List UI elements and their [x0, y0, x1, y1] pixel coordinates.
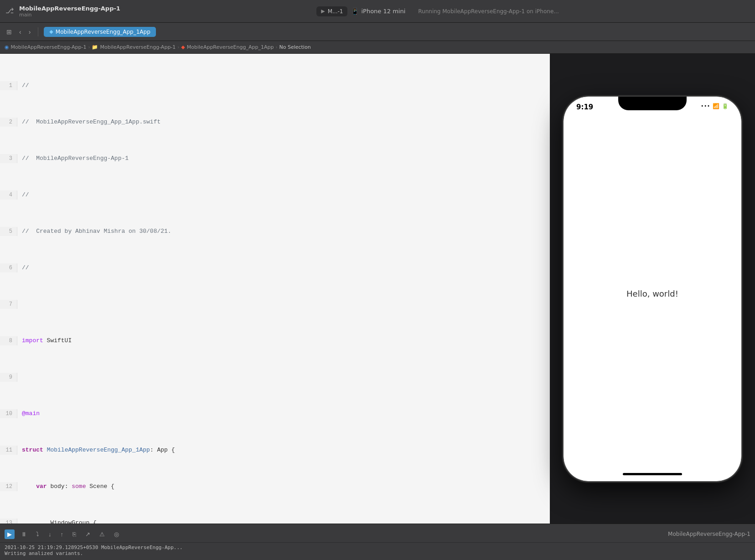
bottom-status: 2021-10-25 21:19:29.128925+0530 MobileAp… [0, 543, 755, 558]
signal-dots-icon: ••• [701, 103, 710, 108]
swift-icon-2: ◆ [181, 44, 185, 50]
title-bar-left: ⎇ MobileAppReverseEngg-App-1 main [5, 5, 120, 18]
project-info: MobileAppReverseEngg-App-1 main [19, 5, 120, 18]
line-code-5: // Created by Abhinav Mishra on 30/08/21… [17, 227, 171, 236]
copy-button[interactable]: ⎘ [70, 529, 79, 539]
code-line-8: 8 import SwiftUI [0, 336, 550, 345]
code-line-11: 11 struct MobileAppReverseEngg_App_1App:… [0, 446, 550, 455]
code-line-6: 6 // [0, 263, 550, 272]
main-content: 1 // 2 // MobileAppReverseEngg_App_1App.… [0, 54, 755, 524]
code-line-4: 4 // [0, 190, 550, 200]
breadcrumb-label-0: MobileAppReverseEngg-App-1 [11, 44, 87, 50]
line-code-2: // MobileAppReverseEngg_App_1App.swift [17, 118, 160, 127]
line-num-11: 11 [0, 446, 17, 455]
code-line-5: 5 // Created by Abhinav Mishra on 30/08/… [0, 227, 550, 236]
bottom-toolbar: ▶ ⏸ ⤵ ↓ ↑ ⎘ ↗ ⚠ ◎ MobileAppReverseEngg-A… [0, 526, 755, 543]
code-editor[interactable]: 1 // 2 // MobileAppReverseEngg_App_1App.… [0, 54, 550, 524]
status-time: 9:19 [576, 103, 593, 111]
breadcrumb-sep-1: › [177, 45, 179, 50]
device-name: iPhone 12 mini [361, 8, 405, 15]
line-num-6: 6 [0, 263, 17, 272]
line-code-8: import SwiftUI [17, 336, 72, 345]
breadcrumb-item-3[interactable]: No Selection [279, 44, 310, 50]
breadcrumb-icon-0: ◉ [5, 44, 9, 50]
phone-screen: 9:19 ••• 📶 🔋 Hello, world! [564, 97, 741, 481]
line-code-12: var body: some Scene { [17, 482, 114, 491]
pause-button[interactable]: ⏸ [18, 529, 30, 539]
code-line-1: 1 // [0, 81, 550, 90]
breadcrumb: ◉ MobileAppReverseEngg-App-1 › 📁 MobileA… [0, 41, 755, 54]
line-num-3: 3 [0, 154, 17, 163]
line-code-4: // [17, 190, 29, 200]
code-lines: 1 // 2 // MobileAppReverseEngg_App_1App.… [0, 54, 550, 524]
line-code-1: // [17, 81, 29, 90]
title-bar: ⎇ MobileAppReverseEngg-App-1 main ▶ M...… [0, 0, 755, 23]
wifi-icon: 📶 [713, 103, 719, 109]
step-in-button[interactable]: ↓ [46, 529, 54, 539]
status-line-2: Writing analized variants. [5, 550, 750, 556]
line-code-10: @main [17, 409, 40, 418]
line-code-6: // [17, 263, 29, 272]
code-line-12: 12 var body: some Scene { [0, 482, 550, 491]
scheme-icon: ▶ [321, 8, 325, 14]
code-line-2: 2 // MobileAppReverseEngg_App_1App.swift [0, 118, 550, 127]
phone-frame: 9:19 ••• 📶 🔋 Hello, world! [564, 97, 741, 481]
device-icon: 📱 [351, 8, 359, 15]
device-selector[interactable]: 📱 iPhone 12 mini [351, 8, 405, 15]
line-code-3: // MobileAppReverseEngg-App-1 [17, 154, 129, 163]
xcode-icon: ⎇ [5, 6, 16, 16]
tab-bar: ◆ MobileAppReverseEngg_App_1App [44, 27, 750, 37]
line-num-7: 7 [0, 300, 17, 309]
line-num-8: 8 [0, 336, 17, 345]
breadcrumb-item-1[interactable]: 📁 MobileAppReverseEngg-App-1 [92, 44, 176, 50]
scheme-label: M...-1 [328, 8, 343, 15]
title-bar-center: ▶ M...-1 📱 iPhone 12 mini Running Mobile… [126, 6, 750, 16]
forward-button[interactable]: › [27, 27, 33, 36]
grid-view-button[interactable]: ⊞ [5, 27, 14, 36]
code-line-9: 9 [0, 373, 550, 382]
breadcrumb-label-3: No Selection [279, 44, 310, 50]
scheme-selector[interactable]: ▶ M...-1 [316, 6, 347, 16]
line-code-13: WindowGroup { [17, 519, 97, 524]
share-button[interactable]: ↗ [83, 529, 93, 539]
bottom-project-label: MobileAppReverseEngg-App-1 [668, 531, 750, 537]
breadcrumb-label-2: MobileAppReverseEngg_App_1App [187, 44, 274, 50]
breadcrumb-sep-2: › [275, 45, 277, 50]
code-line-10: 10 @main [0, 409, 550, 418]
code-line-13: 13 WindowGroup { [0, 519, 550, 524]
breadcrumb-item-0[interactable]: ◉ MobileAppReverseEngg-App-1 [5, 44, 86, 50]
phone-notch [618, 97, 687, 110]
location-button[interactable]: ◎ [111, 529, 122, 539]
swift-file-icon: ◆ [49, 29, 53, 35]
running-status: Running MobileAppReverseEngg-App-1 on iP… [418, 8, 558, 15]
breadcrumb-sep-0: › [88, 45, 90, 50]
phone-content: Hello, world! [564, 120, 741, 468]
project-branch: main [19, 12, 120, 18]
breadcrumb-item-2[interactable]: ◆ MobileAppReverseEngg_App_1App [181, 44, 274, 50]
status-icons: ••• 📶 🔋 [701, 103, 729, 109]
hello-world-text: Hello, world! [626, 289, 678, 298]
home-bar-line [623, 473, 682, 475]
code-line-3: 3 // MobileAppReverseEngg-App-1 [0, 154, 550, 163]
toolbar-divider-1 [38, 27, 38, 36]
status-line-1: 2021-10-25 21:19:29.128925+0530 MobileAp… [5, 545, 750, 550]
tab-label-0: MobileAppReverseEngg_App_1App [56, 29, 150, 35]
line-num-13: 13 [0, 519, 17, 524]
run-button[interactable]: ▶ [5, 529, 15, 539]
step-out-button[interactable]: ↑ [58, 529, 67, 539]
line-num-2: 2 [0, 118, 17, 127]
line-num-5: 5 [0, 227, 17, 236]
back-button[interactable]: ‹ [17, 27, 23, 36]
step-over-button[interactable]: ⤵ [33, 529, 42, 539]
tab-item-0[interactable]: ◆ MobileAppReverseEngg_App_1App [44, 27, 155, 37]
code-line-7: 7 [0, 300, 550, 309]
phone-simulator: 9:19 ••• 📶 🔋 Hello, world! [550, 54, 755, 524]
breadcrumb-label-1: MobileAppReverseEngg-App-1 [100, 44, 176, 50]
line-num-1: 1 [0, 81, 17, 90]
bottom-bar: ▶ ⏸ ⤵ ↓ ↑ ⎘ ↗ ⚠ ◎ MobileAppReverseEngg-A… [0, 524, 755, 560]
warning-button[interactable]: ⚠ [97, 529, 108, 539]
project-name: MobileAppReverseEngg-App-1 [19, 5, 120, 12]
phone-home-bar [564, 468, 741, 481]
breadcrumb-folder-icon-1: 📁 [92, 44, 98, 50]
line-code-11: struct MobileAppReverseEngg_App_1App: Ap… [17, 446, 175, 455]
